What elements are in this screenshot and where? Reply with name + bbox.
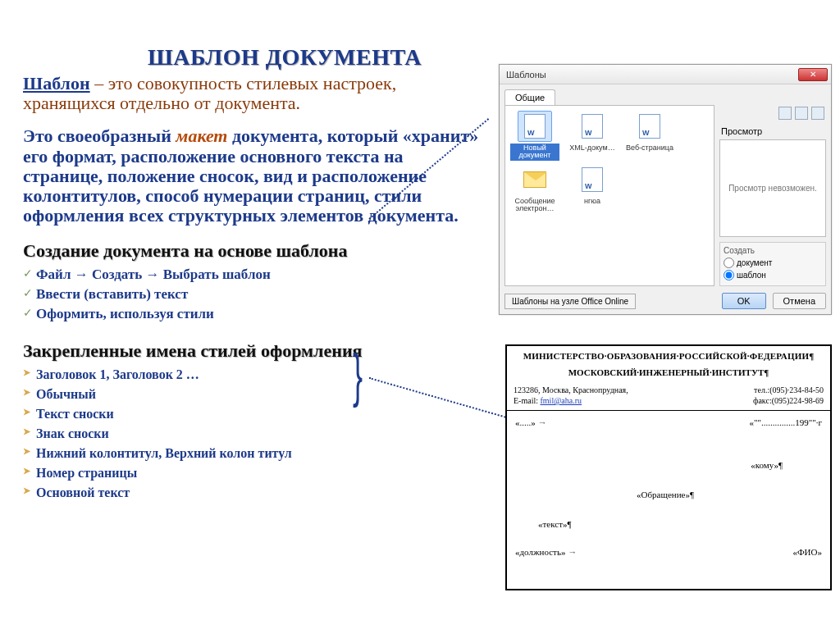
content-column: Шаблон – это совокупность стилевых настр… (23, 74, 482, 503)
templates-dialog: Шаблоны ✕ Общие Новый документ XML-докум… (499, 64, 832, 315)
doc-header-institute: МОСКОВСКИЙ·ИНЖЕНЕРНЫЙ·ИНСТИТУТ¶ (514, 367, 824, 377)
placeholder-obrashenie: «Обращение»¶ (637, 490, 694, 499)
dialog-footer: Шаблоны на узле Office Online OK Отмена (504, 293, 826, 309)
separator (507, 410, 830, 411)
template-item-new-doc[interactable]: Новый документ (510, 111, 559, 161)
doc-phone: тел.:(095)·234-84-50 (754, 385, 824, 394)
view-icon[interactable] (811, 107, 824, 120)
view-icon[interactable] (795, 107, 808, 120)
doc-icon (575, 111, 609, 142)
email-prefix: E-mail: (514, 396, 541, 405)
description-paragraph: Это своеобразный макет документа, которы… (23, 126, 482, 226)
document-template-preview: МИНИСТЕРСТВО·ОБРАЗОВАНИЯ·РОССИЙСКОЙ·ФЕДЕ… (505, 344, 832, 590)
mail-icon (518, 164, 552, 195)
tab-general[interactable]: Общие (504, 89, 555, 105)
slide-title: ШАБЛОН ДОКУМЕНТА (148, 44, 422, 71)
dialog-titlebar: Шаблоны ✕ (500, 65, 831, 84)
preview-label: Просмотр (719, 123, 826, 139)
term-shablon: Шаблон (23, 73, 90, 93)
radio-document[interactable]: документ (724, 258, 772, 268)
templates-pane: Новый документ XML-докум… Веб-страница С… (504, 105, 714, 286)
placeholder-text: «текст»¶ (538, 519, 571, 529)
radio-tpl-label: шаблон (737, 271, 766, 280)
email-link[interactable]: fmil@aha.ru (541, 396, 582, 405)
create-label: Создать (724, 246, 822, 255)
template-item-xml[interactable]: XML-докум… (568, 111, 617, 161)
subheading-styles: Закрепленные имена стилей оформления (23, 340, 482, 362)
style-item: Нижний колонтитул, Верхний колон титул (23, 444, 482, 463)
placeholder-date: «""...............199""·г (750, 417, 822, 427)
doc-icon (575, 164, 609, 195)
step-item: Файл → Создать → Выбрать шаблон (23, 265, 482, 285)
doc-contact-row: E-mail: fmil@aha.ru факс:(095)224-98-69 (514, 396, 824, 405)
desc-pre: Это своеобразный (23, 125, 176, 146)
radio-doc-label: документ (737, 258, 772, 267)
definition-paragraph: Шаблон – это совокупность стилевых настр… (23, 74, 482, 113)
subheading-create: Создание документа на основе шаблона (23, 240, 482, 262)
placeholder-fio: «ФИО» (792, 547, 822, 557)
brace-icon: } (353, 354, 363, 395)
placeholder-dolzhnost: «должность» (515, 547, 577, 557)
doc-icon (632, 111, 667, 142)
template-label: нгюа (568, 197, 617, 206)
ok-button[interactable]: OK (722, 293, 766, 309)
placeholder-number: «.....» (515, 417, 547, 427)
doc-address-row: 123286, Москва, Краснопрудная, тел.:(095… (514, 385, 824, 394)
doc-header-ministry: МИНИСТЕРСТВО·ОБРАЗОВАНИЯ·РОССИЙСКОЙ·ФЕДЕ… (514, 351, 824, 361)
create-group: Создать документ шаблон (719, 242, 826, 286)
style-item: Основной текст (23, 483, 482, 503)
doc-address: 123286, Москва, Краснопрудная, (514, 385, 628, 394)
dialog-body: Общие Новый документ XML-докум… Веб-стра… (500, 84, 831, 314)
template-item-web[interactable]: Веб-страница (625, 111, 674, 161)
preview-pane: Просмотр Просмотр невозможен. Создать до… (719, 105, 826, 286)
style-item: Знак сноски (23, 424, 482, 444)
radio-template[interactable]: шаблон (724, 270, 766, 280)
doc-fax: факс:(095)224-98-69 (753, 396, 824, 405)
step-item: Ввести (вставить) текст (23, 285, 482, 304)
doc-body: «.....» «""...............199""·г «кому»… (514, 416, 824, 563)
step-item: Оформить, используя стили (23, 304, 482, 324)
template-label: Веб-страница (625, 144, 674, 153)
cancel-button[interactable]: Отмена (773, 293, 826, 309)
steps-list: Файл → Создать → Выбрать шаблон Ввести (… (23, 265, 482, 324)
view-icon[interactable] (778, 107, 792, 120)
style-item: Текст сноски (23, 404, 482, 424)
word-maket: макет (176, 125, 227, 146)
close-button[interactable]: ✕ (798, 68, 828, 81)
template-item-custom[interactable]: нгюа (568, 164, 617, 214)
preview-box: Просмотр невозможен. (719, 139, 826, 237)
office-online-button[interactable]: Шаблоны на узле Office Online (504, 294, 636, 309)
doc-icon (518, 111, 552, 142)
style-item: Номер страницы (23, 463, 482, 483)
template-item-email[interactable]: Сообщение электрон… (510, 164, 559, 214)
styles-list: Заголовок 1, Заголовок 2 … Обычный Текст… (23, 365, 482, 503)
template-label: XML-докум… (568, 144, 617, 153)
style-item: Обычный (23, 385, 482, 404)
style-item: Заголовок 1, Заголовок 2 … (23, 365, 482, 385)
template-label: Новый документ (510, 144, 559, 161)
doc-email: E-mail: fmil@aha.ru (514, 396, 582, 405)
placeholder-komu: «кому»¶ (751, 460, 783, 470)
view-mode-icons (719, 105, 826, 123)
template-label: Сообщение электрон… (510, 197, 559, 214)
dialog-title: Шаблоны (506, 70, 546, 80)
dialog-panes: Новый документ XML-докум… Веб-страница С… (504, 105, 826, 286)
